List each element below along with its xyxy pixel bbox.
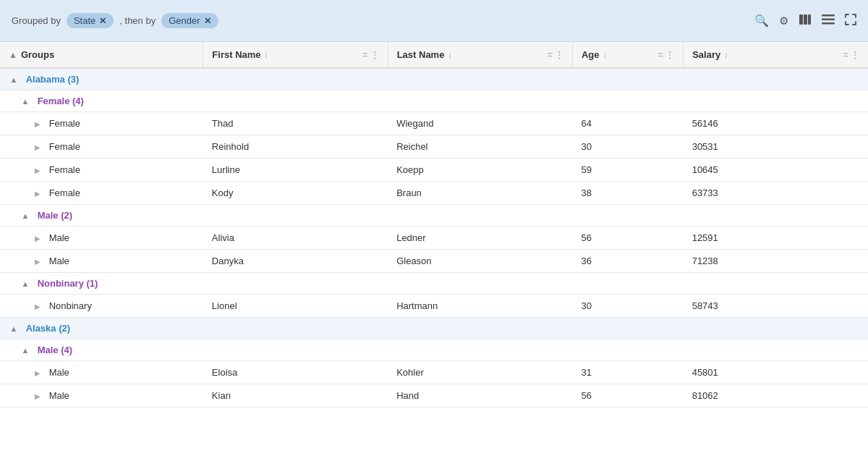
gender-tag-close[interactable]: ✕	[204, 17, 211, 25]
cell-age: 38	[572, 182, 683, 205]
row-chevron-icon: ▶	[35, 303, 43, 311]
row-chevron-icon: ▶	[35, 369, 43, 378]
gender-group-cell[interactable]: ▲ Male (2)	[0, 205, 868, 227]
data-table: ▲ Groups First Name ↕ = ⋮ Last Name ↕	[0, 42, 868, 408]
gender-expand-icon: ▲	[20, 96, 30, 106]
gender-group-cell[interactable]: ▲ Male (4)	[0, 339, 868, 361]
cell-age: 31	[572, 361, 683, 384]
fullscreen-icon[interactable]	[845, 14, 856, 28]
state-group-row: ▲ Alaska (2)	[0, 318, 868, 339]
cell-age: 30	[572, 295, 683, 318]
gender-expand-icon: ▲	[20, 211, 30, 221]
cell-age: 56	[572, 227, 683, 250]
cell-lastname: Reichel	[388, 135, 572, 159]
gender-group-row: ▲ Male (2)	[0, 205, 868, 227]
cell-lastname: Gleason	[388, 250, 572, 273]
cell-gender: ▶ Female	[0, 112, 203, 135]
cell-firstname: Lurline	[203, 159, 388, 182]
cell-salary: 58743	[684, 295, 868, 318]
state-expand-icon: ▲	[9, 324, 19, 334]
col-age-actions: = ⋮	[658, 50, 674, 60]
gender-value: Male	[49, 390, 69, 401]
row-chevron-icon: ▶	[35, 120, 43, 129]
cell-firstname: Thad	[203, 112, 388, 135]
cell-lastname: Koepp	[388, 159, 572, 182]
menu-icon[interactable]	[822, 14, 835, 28]
gender-expand-icon: ▲	[20, 279, 30, 289]
cell-gender: ▶ Male	[0, 361, 203, 384]
state-tag-label: State	[74, 15, 95, 26]
filter-icon[interactable]: ⚙	[779, 14, 788, 28]
toolbar: 🔍 ⚙	[754, 13, 856, 29]
svg-rect-4	[822, 18, 835, 20]
col-salary-actions: = ⋮	[843, 50, 859, 60]
cell-salary: 63733	[684, 182, 868, 205]
cell-gender: ▶ Nonbinary	[0, 295, 203, 318]
table-wrapper: ▲ Groups First Name ↕ = ⋮ Last Name ↕	[0, 42, 868, 408]
table-row: ▶ Male Danyka Gleason 36 71238	[0, 250, 868, 273]
header-bar: Grouped by State ✕ , then by Gender ✕ 🔍 …	[0, 0, 868, 42]
cell-salary: 12591	[684, 227, 868, 250]
cell-age: 59	[572, 159, 683, 182]
cell-firstname: Lionel	[203, 295, 388, 318]
col-header-salary[interactable]: Salary ↕ = ⋮	[684, 42, 868, 68]
cell-firstname: Eloisa	[203, 361, 388, 384]
gender-value: Nonbinary	[49, 300, 92, 311]
cell-gender: ▶ Female	[0, 159, 203, 182]
table-row: ▶ Male Kian Hand 56 81062	[0, 384, 868, 408]
cell-gender: ▶ Female	[0, 135, 203, 159]
gender-group-row: ▲ Nonbinary (1)	[0, 273, 868, 295]
state-group-cell[interactable]: ▲ Alaska (2)	[0, 318, 868, 339]
gender-group-row: ▲ Male (4)	[0, 339, 868, 361]
col-firstname-actions: = ⋮	[362, 50, 378, 60]
table-row: ▶ Male Alivia Ledner 56 12591	[0, 227, 868, 250]
gender-group-cell[interactable]: ▲ Female (4)	[0, 90, 868, 112]
table-row: ▶ Nonbinary Lionel Hartmann 30 58743	[0, 295, 868, 318]
gender-label: Female (4)	[38, 96, 84, 106]
state-label: Alabama (3)	[26, 74, 80, 85]
row-chevron-icon: ▶	[35, 258, 43, 266]
state-tag: State ✕	[67, 13, 114, 28]
gender-expand-icon: ▲	[20, 345, 30, 355]
svg-rect-1	[804, 14, 807, 25]
cell-gender: ▶ Female	[0, 182, 203, 205]
col-header-groups[interactable]: ▲ Groups	[0, 42, 203, 68]
cell-salary: 10645	[684, 159, 868, 182]
gender-tag: Gender ✕	[161, 13, 218, 28]
cell-firstname: Danyka	[203, 250, 388, 273]
svg-rect-2	[808, 14, 811, 25]
svg-rect-0	[799, 14, 803, 25]
state-tag-close[interactable]: ✕	[99, 17, 106, 25]
gender-value: Female	[49, 164, 80, 175]
cell-salary: 81062	[684, 384, 868, 408]
col-header-firstname[interactable]: First Name ↕ = ⋮	[203, 42, 388, 68]
cell-gender: ▶ Male	[0, 227, 203, 250]
col-salary-label: Salary	[692, 49, 720, 60]
cell-lastname: Ledner	[388, 227, 572, 250]
col-header-lastname[interactable]: Last Name ↕ = ⋮	[388, 42, 572, 68]
columns-icon[interactable]	[799, 13, 812, 29]
sort-icon-salary: ↕	[724, 51, 728, 59]
state-label: Alaska (2)	[26, 323, 70, 334]
search-icon[interactable]: 🔍	[754, 14, 769, 28]
cell-lastname: Hartmann	[388, 295, 572, 318]
row-chevron-icon: ▶	[35, 143, 43, 152]
gender-label: Male (4)	[38, 345, 72, 355]
gender-tag-label: Gender	[169, 15, 200, 26]
col-firstname-label: First Name	[212, 49, 260, 60]
state-group-cell[interactable]: ▲ Alabama (3)	[0, 68, 868, 90]
gender-group-cell[interactable]: ▲ Nonbinary (1)	[0, 273, 868, 295]
cell-salary: 30531	[684, 135, 868, 159]
col-lastname-actions: = ⋮	[548, 50, 563, 60]
cell-age: 30	[572, 135, 683, 159]
col-header-age[interactable]: Age ↕ = ⋮	[572, 42, 683, 68]
table-body: ▲ Alabama (3) ▲ Female (4) ▶ Female Thad…	[0, 68, 868, 408]
table-row: ▶ Female Kody Braun 38 63733	[0, 182, 868, 205]
cell-firstname: Kian	[203, 384, 388, 408]
table-row: ▶ Male Eloisa Kohler 31 45801	[0, 361, 868, 384]
state-group-row: ▲ Alabama (3)	[0, 68, 868, 90]
cell-age: 56	[572, 384, 683, 408]
col-groups-expand[interactable]: ▲	[9, 50, 17, 60]
cell-firstname: Alivia	[203, 227, 388, 250]
row-chevron-icon: ▶	[35, 392, 43, 401]
